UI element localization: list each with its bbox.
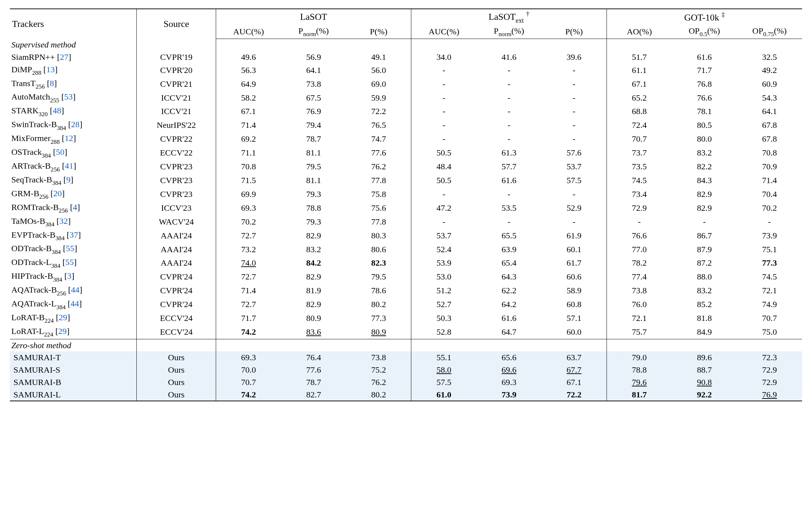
metric-cell: 55.1 <box>411 351 477 364</box>
table-row: SAMURAI-TOurs69.376.473.855.165.663.779.… <box>10 351 802 364</box>
metric-cell: 39.6 <box>542 51 607 63</box>
tracker-cell: AQATrack-L384 [44] <box>10 298 137 311</box>
metric-cell: 79.5 <box>281 160 346 174</box>
citation-link[interactable]: 28 <box>71 120 79 129</box>
citation-link[interactable]: 32 <box>60 216 68 226</box>
metric-p-2: P(%) <box>542 25 607 39</box>
tracker-subscript: 224 <box>44 331 53 338</box>
tracker-subscript: 384 <box>55 235 64 242</box>
citation-link[interactable]: 13 <box>46 65 55 74</box>
metric-cell: 76.6 <box>607 229 672 243</box>
tracker-name: LoRAT-B <box>11 313 45 322</box>
metric-cell: 50.5 <box>411 146 477 160</box>
metric-cell: 70.8 <box>737 146 802 160</box>
metric-cell: 71.4 <box>216 118 281 132</box>
tracker-name: ARTrack-B <box>11 161 51 170</box>
tracker-cell: DiMP288 [13] <box>10 63 137 77</box>
citation-link[interactable]: 41 <box>65 161 73 170</box>
citation-link[interactable]: 55 <box>65 257 74 267</box>
metric-cell: - <box>477 215 542 229</box>
table-row: AQATrack-L384 [44]CVPR'2472.782.980.252.… <box>10 298 802 311</box>
metric-cell: 76.4 <box>281 351 346 364</box>
metric-cell: 70.8 <box>216 160 281 174</box>
metric-cell: 52.4 <box>411 242 477 256</box>
source-cell: Ours <box>137 389 216 401</box>
metric-cell: 70.4 <box>737 187 802 201</box>
citation-link[interactable]: 29 <box>59 313 67 322</box>
group-got10k: GOT-10k ‡ <box>607 9 802 25</box>
metric-cell: 64.2 <box>477 298 542 311</box>
metric-cell: 82.9 <box>672 187 737 201</box>
metric-cell: - <box>477 187 542 201</box>
citation-link[interactable]: 55 <box>66 244 74 253</box>
metric-cell: 76.6 <box>672 91 737 104</box>
tracker-cell: ODTrack-B384 [55] <box>10 242 137 256</box>
metric-cell: 74.2 <box>216 389 281 401</box>
metric-cell: 72.1 <box>737 284 802 298</box>
tracker-cell: SiamRPN++ [27] <box>10 51 137 63</box>
citation-link[interactable]: 9 <box>66 175 71 184</box>
metric-cell: 84.3 <box>672 174 737 187</box>
tracker-subscript: 384 <box>52 249 61 255</box>
source-cell: Ours <box>137 351 216 364</box>
metric-cell: 77.6 <box>346 146 411 160</box>
citation-link[interactable]: 4 <box>73 203 77 212</box>
metric-cell: 71.4 <box>216 284 281 298</box>
metric-cell: 71.5 <box>216 174 281 187</box>
tracker-cell: OSTrack384 [50] <box>10 146 137 160</box>
citation-link[interactable]: 12 <box>65 134 73 143</box>
metric-cell: 79.3 <box>281 187 346 201</box>
metric-cell: 74.5 <box>607 174 672 187</box>
citation-link[interactable]: 44 <box>71 299 79 308</box>
citation-link[interactable]: 29 <box>58 327 67 336</box>
table-row: ODTrack-B384 [55]AAAI'2473.283.280.652.4… <box>10 242 802 256</box>
citation-link[interactable]: 20 <box>53 189 62 198</box>
tracker-subscript: 384 <box>45 221 55 228</box>
tracker-cell: LoRAT-B224 [29] <box>10 311 137 325</box>
citation-link[interactable]: 37 <box>69 230 78 239</box>
metric-cell: 74.0 <box>216 256 281 270</box>
tracker-name: TaMOs-B <box>11 216 45 226</box>
metric-cell: 79.5 <box>346 270 411 284</box>
table-row: AutoMatch255 [53]ICCV'2158.267.559.9---6… <box>10 91 802 104</box>
tracker-name: AutoMatch <box>11 92 50 101</box>
metric-cell: 76.0 <box>607 298 672 311</box>
table-row: MixFormer288 [12]CVPR'2269.278.774.7---7… <box>10 132 802 146</box>
citation-link[interactable]: 8 <box>50 79 54 88</box>
source-cell: ECCV'24 <box>137 325 216 339</box>
metric-cell: 71.7 <box>672 63 737 77</box>
metric-cell: 70.9 <box>737 160 802 174</box>
metric-cell: - <box>477 63 542 77</box>
table-row: EVPTrack-B384 [37]AAAI'2472.782.980.353.… <box>10 229 802 243</box>
metric-cell: 76.9 <box>737 389 802 401</box>
metric-cell: 82.9 <box>672 201 737 215</box>
metric-cell: 77.4 <box>607 270 672 284</box>
citation-link[interactable]: 44 <box>71 285 79 294</box>
source-cell: NeurIPS'22 <box>137 118 216 132</box>
metric-cell: 76.9 <box>281 104 346 118</box>
metric-cell: 51.7 <box>607 51 672 63</box>
metric-cell: 80.5 <box>672 118 737 132</box>
section-label: Supervised method <box>10 39 137 51</box>
metric-cell: 73.9 <box>477 389 542 401</box>
section-row: Zero-shot method <box>10 339 802 351</box>
metric-cell: 77.6 <box>281 364 346 376</box>
citation-link[interactable]: 3 <box>67 271 72 281</box>
metric-cell: 65.4 <box>477 256 542 270</box>
source-cell: AAAI'24 <box>137 242 216 256</box>
citation-link[interactable]: 50 <box>56 147 64 157</box>
source-cell: ECCV'22 <box>137 146 216 160</box>
metric-cell: 61.6 <box>672 51 737 63</box>
metric-cell: 72.7 <box>216 270 281 284</box>
citation-link[interactable]: 53 <box>64 92 73 101</box>
metric-cell: 75.6 <box>346 201 411 215</box>
metric-cell: 88.0 <box>672 270 737 284</box>
metric-cell: 64.9 <box>216 77 281 91</box>
metric-p-1: P(%) <box>346 25 411 39</box>
metric-cell: 64.3 <box>477 270 542 284</box>
citation-link[interactable]: 48 <box>53 106 61 115</box>
section-label: Zero-shot method <box>10 339 137 351</box>
citation-link[interactable]: 27 <box>60 52 68 62</box>
metric-cell: 53.7 <box>411 229 477 243</box>
metric-cell: 65.5 <box>477 229 542 243</box>
